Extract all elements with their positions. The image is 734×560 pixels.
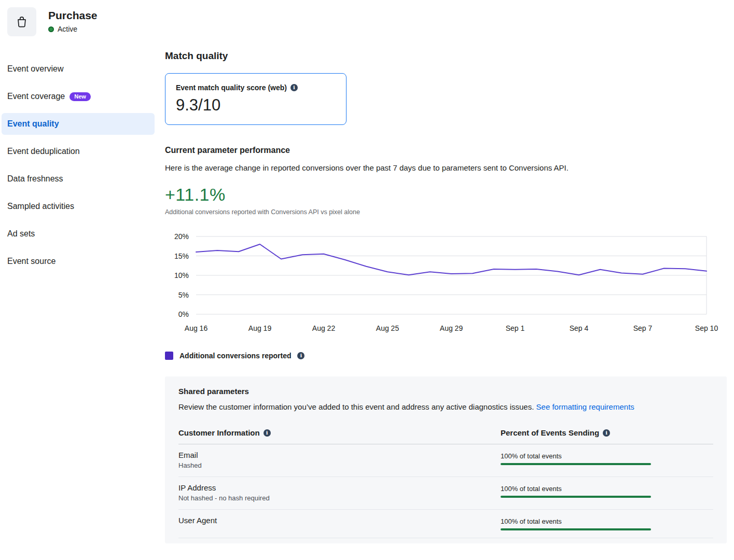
parameter-performance-description: Here is the average change in reported c…: [165, 163, 727, 172]
sidebar-item-event-quality[interactable]: Event quality: [2, 113, 155, 135]
percent-bar-fill: [501, 528, 651, 530]
event-header: Purchase Active: [7, 7, 98, 36]
legend-label: Additional conversions reported: [179, 352, 291, 360]
info-icon[interactable]: [290, 84, 298, 91]
new-badge: New: [70, 92, 91, 101]
status-label: Active: [58, 25, 77, 33]
parameter-name: IP Address: [178, 483, 501, 492]
svg-text:Sep 7: Sep 7: [633, 324, 653, 332]
match-quality-score: 9.3/10: [176, 96, 336, 115]
percent-bar-fill: [501, 463, 651, 465]
parameter-subtext: Hashed: [178, 461, 501, 469]
sidebar-item-label: Event deduplication: [7, 147, 80, 156]
sidebar-nav: Event overview Event coverage New Event …: [2, 58, 155, 278]
percent-bar-track: [501, 496, 651, 498]
legend-color-swatch: [165, 352, 173, 360]
events-manager-event-quality-page: { "header": { "title": "Purchase", "stat…: [0, 0, 734, 560]
shared-parameters-description-text: Review the customer information you’ve a…: [178, 402, 534, 411]
score-card-label: Event match quality score (web): [176, 83, 287, 92]
sidebar-item-event-overview[interactable]: Event overview: [2, 58, 155, 80]
shared-parameters-description: Review the customer information you’ve a…: [178, 401, 679, 413]
svg-text:Aug 25: Aug 25: [376, 324, 399, 332]
svg-text:15%: 15%: [174, 252, 189, 260]
percent-label: 100% of total events: [501, 485, 713, 493]
svg-text:Aug 22: Aug 22: [312, 324, 336, 332]
page-title: Purchase: [48, 9, 98, 22]
sidebar-item-data-freshness[interactable]: Data freshness: [2, 168, 155, 190]
parameters-table-body: Email Hashed 100% of total events IP Add…: [178, 444, 713, 538]
chart-legend: Additional conversions reported: [165, 352, 727, 360]
parameters-table: Customer Information Percent of Events S…: [178, 428, 713, 538]
sidebar-item-label: Event source: [7, 257, 56, 266]
svg-text:5%: 5%: [178, 291, 189, 299]
sidebar-item-event-coverage[interactable]: Event coverage New: [2, 86, 155, 107]
sidebar-item-event-source[interactable]: Event source: [2, 250, 155, 272]
svg-text:0%: 0%: [178, 310, 189, 318]
purchase-event-icon: [7, 7, 36, 36]
percent-bar-track: [501, 463, 651, 465]
match-quality-score-card: Event match quality score (web) 9.3/10: [165, 73, 347, 125]
info-icon[interactable]: [603, 429, 610, 437]
shared-parameters-heading: Shared parameters: [178, 387, 713, 396]
sidebar-item-event-deduplication[interactable]: Event deduplication: [2, 141, 155, 162]
info-icon[interactable]: [264, 429, 271, 437]
column-percent-of-events-sending: Percent of Events Sending: [501, 428, 599, 437]
parameter-performance-heading: Current parameter performance: [165, 146, 727, 155]
sidebar-item-label: Event coverage: [7, 92, 65, 101]
sidebar-item-sampled-activities[interactable]: Sampled activities: [2, 195, 155, 217]
sidebar-item-label: Ad sets: [7, 229, 35, 239]
percent-label: 100% of total events: [501, 452, 713, 460]
conversion-delta-caption: Additional conversions reported with Con…: [165, 208, 727, 216]
percent-label: 100% of total events: [501, 517, 713, 525]
percent-bar-track: [501, 528, 651, 530]
sidebar-item-label: Sampled activities: [7, 202, 74, 211]
svg-text:Sep 10: Sep 10: [695, 324, 718, 332]
sidebar-item-label: Event quality: [7, 119, 59, 129]
svg-text:Aug 16: Aug 16: [185, 324, 208, 332]
match-quality-heading: Match quality: [165, 50, 727, 62]
svg-text:Sep 1: Sep 1: [506, 324, 525, 332]
active-status-dot: [48, 26, 54, 32]
svg-text:Aug 29: Aug 29: [440, 324, 463, 332]
parameter-name: User Agent: [178, 516, 501, 525]
conversions-line-chart: 20%15%10%5%0%Aug 16Aug 19Aug 22Aug 25Aug…: [165, 229, 716, 335]
column-customer-information: Customer Information: [178, 428, 260, 437]
table-row: Email Hashed 100% of total events: [178, 444, 713, 477]
info-icon[interactable]: [297, 352, 304, 359]
main-content: Match quality Event match quality score …: [165, 50, 727, 543]
svg-text:20%: 20%: [174, 232, 189, 241]
svg-text:Sep 4: Sep 4: [570, 324, 589, 332]
parameter-subtext: Not hashed - no hash required: [178, 494, 501, 502]
svg-text:10%: 10%: [174, 271, 189, 279]
svg-text:Aug 19: Aug 19: [248, 324, 272, 332]
formatting-requirements-link[interactable]: See formatting requirements: [536, 402, 634, 411]
percent-bar-fill: [501, 496, 651, 498]
conversion-delta-value: +11.1%: [165, 185, 727, 205]
sidebar-item-label: Event overview: [7, 64, 64, 74]
shopping-bag-icon: [15, 15, 29, 29]
table-row: User Agent 100% of total events: [178, 510, 713, 538]
table-row: IP Address Not hashed - no hash required…: [178, 477, 713, 510]
parameters-table-header: Customer Information Percent of Events S…: [178, 428, 713, 444]
shared-parameters-panel: Shared parameters Review the customer in…: [165, 376, 727, 543]
sidebar-item-ad-sets[interactable]: Ad sets: [2, 223, 155, 245]
sidebar-item-label: Data freshness: [7, 174, 63, 184]
parameter-name: Email: [178, 451, 501, 459]
status-badge: Active: [48, 25, 98, 33]
